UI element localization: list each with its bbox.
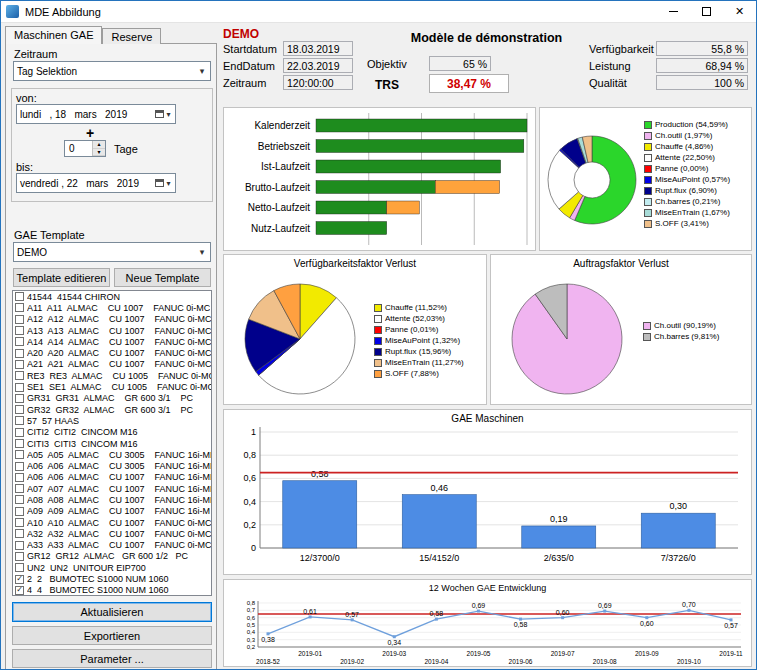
list-item[interactable]: ✓4 4 BUMOTEC S1000 NUM 1060 xyxy=(13,585,211,596)
machine-checkbox[interactable] xyxy=(15,552,24,561)
machine-checkbox[interactable] xyxy=(15,473,24,482)
machine-checkbox[interactable] xyxy=(15,360,24,369)
machine-checkbox[interactable] xyxy=(15,541,24,550)
list-item[interactable]: RE3 RE3 ALMAC CU 1005 FANUC 0i-MC xyxy=(13,370,211,381)
close-button[interactable]: ✕ xyxy=(723,1,756,22)
refresh-button[interactable]: Aktualisieren xyxy=(12,602,212,622)
machine-checkbox[interactable] xyxy=(15,337,24,346)
bar-segment xyxy=(316,181,435,194)
machine-checkbox[interactable] xyxy=(15,484,24,493)
template-edit-button[interactable]: Template editieren xyxy=(13,268,110,287)
legend-label: Ch.outil (90,19%) xyxy=(654,321,716,330)
list-item[interactable]: A33 A33 ALMAC CU 1007 FANUC 0i-MC xyxy=(13,540,211,551)
machine-checkbox[interactable]: ✓ xyxy=(15,586,24,595)
list-item[interactable]: A11 A11 ALMAC CU 1007 FANUC 0i-MC xyxy=(13,302,211,313)
list-item[interactable]: SE1 SE1 ALMAC CU 1005 FANUC 0i-MC xyxy=(13,381,211,392)
machine-checkbox[interactable] xyxy=(15,292,24,301)
list-item[interactable]: UN2 UN2 UNITOUR EIP700 xyxy=(13,562,211,573)
machine-label: A13 A13 ALMAC CU 1007 FANUC 0i-MC xyxy=(27,326,211,336)
machine-checkbox[interactable] xyxy=(15,371,24,380)
list-item[interactable]: A13 A13 ALMAC CU 1007 FANUC 0i-MC xyxy=(13,325,211,336)
spin-down-icon[interactable]: ▾ xyxy=(93,149,105,157)
bar-segment xyxy=(435,181,499,194)
machine-label: A09 A09 ALMAC CU 1007 FANUC 16i-M xyxy=(27,506,210,516)
verfuegbarkeit-field: 55,8 % xyxy=(656,41,748,56)
list-item[interactable]: A09 A09 ALMAC CU 1007 FANUC 16i-M xyxy=(13,506,211,517)
machine-checkbox[interactable]: ✓ xyxy=(15,575,24,584)
list-item[interactable]: A21 A21 ALMAC CU 1007 FANUC 0i-MC xyxy=(13,359,211,370)
availability-loss-panel: Verfügbarkeitsfaktor Verlust Chauffe (11… xyxy=(223,254,487,405)
minimize-button[interactable] xyxy=(657,1,690,22)
zeitraum-select[interactable]: Tag Selektion ▾ xyxy=(13,61,211,81)
machine-checkbox[interactable] xyxy=(15,383,24,392)
list-item[interactable]: A06 A06 ALMAC CU 3005 FANUC 16i-MB xyxy=(13,460,211,471)
machine-checkbox[interactable] xyxy=(15,439,24,448)
list-item[interactable]: A08 A08 ALMAC CU 1007 FANUC 16i-MB xyxy=(13,494,211,505)
machine-checkbox[interactable] xyxy=(15,405,24,414)
template-select[interactable]: DEMO ▾ xyxy=(13,242,211,262)
legend-swatch xyxy=(644,187,652,195)
machine-checkbox[interactable] xyxy=(15,349,24,358)
list-item[interactable]: A20 A20 ALMAC CU 1007 FANUC 0i-MC xyxy=(13,347,211,358)
list-item[interactable]: CITI3 CITI3 CINCOM M16 xyxy=(13,438,211,449)
machine-checkbox[interactable] xyxy=(15,315,24,324)
machine-label: A10 A10 ALMAC CU 1007 FANUC 0i-MC xyxy=(27,518,211,528)
list-item[interactable]: A06 A06 ALMAC CU 1007 FANUC 16i-MB xyxy=(13,472,211,483)
window-controls: ✕ xyxy=(657,1,756,22)
list-item[interactable]: A32 A32 ALMAC CU 1007 FANUC 0i-MC xyxy=(13,528,211,539)
legend-item: Attente (52,03%) xyxy=(374,314,464,323)
machine-list[interactable]: 41544 41544 CHIRONA11 A11 ALMAC CU 1007 … xyxy=(12,290,212,596)
minimize-icon xyxy=(669,11,678,12)
left-panel: Zeitraum Tag Selektion ▾ von: lundi , 18… xyxy=(5,43,217,670)
spin-up-icon[interactable]: ▴ xyxy=(93,141,105,149)
bar-segment xyxy=(316,160,501,173)
legend-label: Rupt.flux (15,96%) xyxy=(385,347,451,356)
list-item[interactable]: GR31 GR31 ALMAC GR 600 3/1 PC xyxy=(13,393,211,404)
y-tick-label: 0,4 xyxy=(247,629,256,635)
machine-checkbox[interactable] xyxy=(15,416,24,425)
titlebar[interactable]: MDE Abbildung ✕ xyxy=(1,1,756,23)
machine-label: CITI2 CITI2 CINCOM M16 xyxy=(27,427,138,437)
tage-stepper[interactable]: 0 ▴ ▾ xyxy=(64,140,106,157)
list-item[interactable]: GR12 GR12 ALMAC GR 600 1/2 PC xyxy=(13,551,211,562)
machine-checkbox[interactable] xyxy=(15,518,24,527)
machine-checkbox[interactable] xyxy=(15,303,24,312)
tab-maschinen-gae[interactable]: Maschinen GAE xyxy=(5,26,102,44)
legend-label: Chauffe (11,52%) xyxy=(385,303,447,312)
machine-checkbox[interactable] xyxy=(15,394,24,403)
list-item[interactable]: ✓2 2 BUMOTEC S1000 NUM 1060 xyxy=(13,573,211,584)
machine-checkbox[interactable] xyxy=(15,450,24,459)
list-item[interactable]: 41544 41544 CHIRON xyxy=(13,291,211,302)
bis-date-picker[interactable]: vendredi , 22 mars 2019 ▾ xyxy=(16,173,176,193)
tab-reserve[interactable]: Reserve xyxy=(102,28,161,44)
list-item[interactable]: A07 A07 ALMAC CU 1007 FANUC 16i-MB xyxy=(13,483,211,494)
legend-swatch xyxy=(644,176,652,184)
von-date-value: lundi , 18 mars 2019 xyxy=(17,109,151,120)
list-item[interactable]: 57 57 HAAS xyxy=(13,415,211,426)
enddatum-field: 22.03.2019 xyxy=(283,58,353,73)
von-date-picker[interactable]: lundi , 18 mars 2019 ▾ xyxy=(16,104,176,124)
export-button[interactable]: Exportieren xyxy=(12,626,212,645)
machine-checkbox[interactable] xyxy=(15,529,24,538)
legend-label: Ch.barres (0,21%) xyxy=(655,197,720,206)
list-item[interactable]: A12 A12 ALMAC CU 1007 FANUC 0i-MC xyxy=(13,314,211,325)
maximize-button[interactable] xyxy=(690,1,723,22)
list-item[interactable]: A10 A10 ALMAC CU 1007 FANUC 0i-MC xyxy=(13,517,211,528)
list-item[interactable]: A14 A14 ALMAC CU 1007 FANUC 0i-MC xyxy=(13,336,211,347)
stepper-arrows: ▴ ▾ xyxy=(92,141,105,156)
machine-checkbox[interactable] xyxy=(15,428,24,437)
template-new-button[interactable]: Neue Template xyxy=(114,268,211,287)
list-item[interactable]: CITI2 CITI2 CINCOM M16 xyxy=(13,427,211,438)
list-item[interactable]: A05 A05 ALMAC CU 3005 FANUC 16i-MB xyxy=(13,449,211,460)
list-item[interactable]: GR32 GR32 ALMAC GR 600 3/1 PC xyxy=(13,404,211,415)
legend-label: MiseEnTrain (1,67%) xyxy=(655,208,730,217)
machine-checkbox[interactable] xyxy=(15,495,24,504)
machine-checkbox[interactable] xyxy=(15,563,24,572)
machine-checkbox[interactable] xyxy=(15,326,24,335)
params-button[interactable]: Parameter ... xyxy=(12,649,212,668)
window-title: MDE Abbildung xyxy=(25,6,101,18)
y-tick-label: 0,6 xyxy=(243,473,256,483)
machine-checkbox[interactable] xyxy=(15,462,24,471)
time-bar-chart: KalenderzeitBetriebszeitIst-LaufzeitBrut… xyxy=(224,108,535,250)
machine-checkbox[interactable] xyxy=(15,507,24,516)
